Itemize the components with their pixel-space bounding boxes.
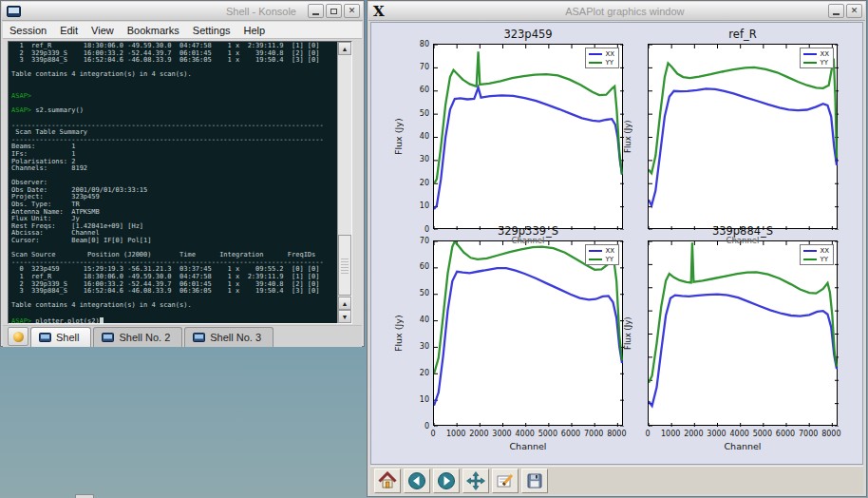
terminal[interactable]: 1 ref_R 18:30:06.0 -49.59.30.0 04:47:58 … — [8, 41, 352, 324]
y-tick-label: 80 — [410, 40, 429, 48]
x-tick-label: 3000 — [705, 430, 729, 438]
legend-339p884-s: XXYY — [800, 244, 834, 265]
pan-move-icon — [466, 471, 485, 490]
plot-toolbar — [370, 466, 863, 494]
plot-339p884-s: XXYY — [648, 240, 838, 426]
y-axis-label-clipped-339p884-s: Flux (Jy) — [623, 240, 632, 426]
legend-line-icon — [803, 259, 817, 260]
maximize-button[interactable] — [326, 4, 342, 18]
menu-item-help[interactable]: Help — [237, 25, 273, 36]
x-axis-label-339p884-s: Channel — [648, 441, 838, 451]
close-icon: ✕ — [349, 7, 356, 15]
x-tick-label: 4000 — [727, 430, 752, 438]
y-tick-label: 70 — [410, 63, 429, 71]
legend-329p339-s: XXYY — [585, 244, 619, 265]
tab-terminal-icon — [193, 333, 205, 342]
legend-line-icon — [803, 250, 817, 252]
plot-title-329p339-s: 329p339_S — [433, 224, 623, 238]
figure-canvas: Channel323p459XXYY01020304050607080Flux … — [370, 22, 863, 465]
x-tick-label: 8000 — [819, 430, 843, 438]
y-tick-label: 60 — [410, 262, 429, 271]
y-tick-label: 50 — [410, 109, 429, 118]
x-tick-label: 7000 — [581, 430, 606, 438]
scroll-up2-icon[interactable]: ▲ — [338, 297, 351, 310]
new-session-icon — [13, 332, 24, 342]
x-tick-label: 1000 — [443, 430, 468, 438]
x11-logo-icon: X — [373, 3, 385, 20]
x-axis-label-329p339-s: Channel — [433, 441, 623, 451]
y-tick-label: 30 — [410, 155, 429, 163]
tab-shell[interactable]: Shell — [30, 327, 91, 347]
y-tick-label: 10 — [410, 201, 429, 210]
konsole-window-title: Shell - Konsole — [226, 6, 296, 17]
minimize-icon — [833, 13, 840, 15]
taskbar-peek[interactable] — [75, 494, 94, 498]
tab-label: Shell — [56, 332, 79, 343]
tab-shell-no-2[interactable]: Shell No. 2 — [93, 327, 182, 347]
plot-title-339p884-s: 339p884_S — [648, 224, 838, 238]
legend-323p459: XXYY — [585, 48, 619, 68]
plot-title-323p459: 323p459 — [433, 28, 623, 41]
session-tabbar: ShellShell No. 2Shell No. 3 — [3, 325, 362, 347]
konsole-window-icon[interactable] — [7, 6, 21, 17]
forward-button[interactable] — [433, 469, 460, 493]
legend-line-icon — [589, 259, 602, 260]
x-tick-label: 0 — [421, 430, 445, 438]
x-tick-label: 6000 — [558, 430, 583, 438]
legend-label: XX — [605, 247, 614, 255]
new-session-button[interactable] — [8, 327, 28, 346]
y-tick-label: 0 — [410, 225, 429, 234]
save-button[interactable] — [521, 469, 548, 493]
scroll-thumb[interactable] — [338, 235, 351, 296]
x-tick-label: 7000 — [796, 430, 821, 438]
plot-323p459: XXYY — [433, 44, 623, 229]
y-axis-label-323p459: Flux (Jy) — [393, 44, 404, 229]
x-tick-label: 2000 — [466, 430, 491, 438]
tab-label: Shell No. 3 — [210, 332, 261, 343]
scroll-up-icon[interactable]: ▲ — [338, 42, 351, 55]
asaplot-titlebar[interactable]: X ASAPlot graphics window ✕ — [368, 2, 865, 21]
x-tick-label: 5000 — [536, 430, 560, 438]
menu-item-settings[interactable]: Settings — [186, 25, 237, 36]
menu-item-bookmarks[interactable]: Bookmarks — [121, 25, 186, 36]
maximize-icon — [330, 9, 337, 14]
y-axis-label-clipped-ref-r: Flux (Jy) — [623, 44, 632, 229]
plot-329p339-s: XXYY — [433, 240, 623, 426]
home-button[interactable] — [374, 469, 401, 493]
close-icon: ✕ — [851, 7, 859, 15]
plot-title-ref-r: ref_R — [648, 28, 838, 41]
subplot-config-icon — [496, 471, 515, 490]
legend-line-icon — [589, 53, 602, 55]
back-button[interactable] — [404, 469, 430, 493]
legend-line-icon — [589, 62, 602, 64]
asaplot-window-title: ASAPlot graphics window — [385, 6, 865, 17]
terminal-scrollbar[interactable]: ▲ ▲ ▼ — [337, 42, 351, 323]
menu-item-edit[interactable]: Edit — [53, 25, 85, 36]
y-tick-label: 70 — [410, 237, 429, 245]
x-tick-label: 3000 — [490, 430, 515, 438]
pan-button[interactable] — [462, 469, 489, 493]
minimize-button[interactable] — [828, 4, 844, 18]
terminal-output[interactable]: 1 ref_R 18:30:06.0 -49.59.30.0 04:47:58 … — [9, 42, 337, 323]
close-button[interactable]: ✕ — [344, 4, 360, 18]
y-tick-label: 60 — [410, 86, 429, 94]
scroll-down-icon[interactable]: ▼ — [338, 310, 351, 323]
subplots-button[interactable] — [492, 469, 519, 493]
tab-shell-no-3[interactable]: Shell No. 3 — [184, 327, 274, 347]
konsole-titlebar[interactable]: Shell - Konsole ✕ — [2, 2, 363, 21]
plot-ref-r: XXYY — [648, 44, 838, 229]
minimize-button[interactable] — [308, 4, 324, 18]
menu-item-session[interactable]: Session — [3, 25, 53, 36]
close-button[interactable]: ✕ — [846, 4, 862, 18]
legend-label: XX — [820, 50, 829, 58]
legend-label: YY — [820, 59, 828, 67]
menu-bar: SessionEditViewBookmarksSettingsHelp — [3, 22, 362, 39]
x-tick-label: 5000 — [750, 430, 775, 438]
y-tick-label: 20 — [410, 369, 429, 377]
y-tick-label: 30 — [410, 342, 429, 351]
save-floppy-icon — [525, 471, 544, 490]
minimize-icon — [312, 13, 319, 15]
y-tick-label: 10 — [410, 395, 429, 404]
konsole-window: Shell - Konsole ✕ SessionEditViewBookmar… — [0, 0, 365, 347]
menu-item-view[interactable]: View — [85, 25, 121, 36]
